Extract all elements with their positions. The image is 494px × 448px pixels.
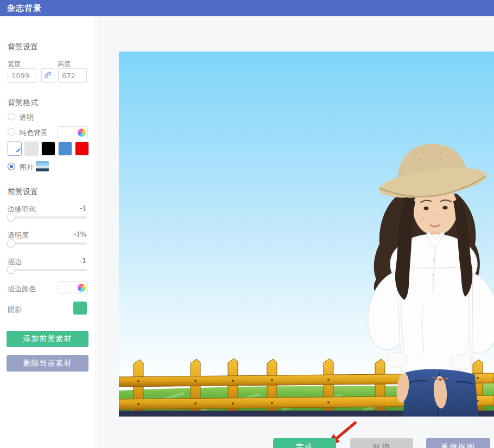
stroke-slider-thumb[interactable] [7, 266, 15, 274]
width-input[interactable] [8, 68, 36, 83]
background-format-title: 背景格式 [8, 98, 38, 108]
feather-slider-thumb[interactable] [7, 213, 15, 221]
stroke-slider[interactable] [8, 269, 87, 271]
solid-color-picker[interactable] [58, 126, 88, 138]
color-swatch-row [8, 142, 89, 156]
width-label: 宽度 [8, 60, 21, 69]
preview-area: 完成 取消 重做抠图 [97, 16, 494, 448]
stroke-value: -1 [80, 257, 86, 265]
transparent-radio[interactable] [8, 113, 15, 120]
background-image-thumbnail[interactable] [36, 161, 49, 171]
color-wheel-icon [78, 129, 86, 137]
stroke-color-picker[interactable] [58, 281, 88, 293]
delete-material-button[interactable]: 删除当前素材 [7, 355, 88, 372]
height-label: 高度 [58, 60, 71, 69]
cancel-button[interactable]: 取消 [350, 438, 413, 448]
link-dimensions-button[interactable] [41, 68, 54, 83]
feather-value: -1 [80, 204, 86, 212]
page-title: 杂志背景 [7, 3, 42, 14]
done-button[interactable]: 完成 [273, 438, 336, 448]
add-foreground-button[interactable]: 添加前景素材 [7, 331, 88, 347]
stroke-color-label: 描边颜色 [8, 284, 36, 294]
pen-icon [15, 144, 21, 155]
swatch-black[interactable] [41, 142, 55, 156]
preview-image [119, 52, 494, 417]
opacity-value: -1% [74, 231, 86, 238]
color-wheel-icon [78, 284, 86, 292]
feather-slider[interactable] [8, 216, 87, 219]
background-settings-title: 背景设置 [8, 42, 38, 52]
swatch-gray[interactable] [24, 142, 39, 156]
app-header: 杂志背景 [0, 0, 494, 16]
image-radio[interactable] [8, 163, 15, 170]
opacity-slider[interactable] [8, 242, 87, 245]
height-input[interactable] [58, 68, 87, 83]
image-radio-label: 图片 [20, 163, 34, 172]
shadow-label: 阴影 [8, 305, 22, 315]
solid-color-radio-label: 纯色背景 [20, 128, 48, 138]
opacity-slider-thumb[interactable] [7, 239, 15, 247]
swatch-blue[interactable] [58, 142, 72, 156]
swatch-custom[interactable] [8, 142, 22, 156]
shadow-color-swatch[interactable] [73, 302, 87, 315]
foreground-settings-title: 前景设置 [8, 187, 38, 197]
settings-sidebar: 背景设置 宽度 高度 背景格式 透明 纯色背景 图片 前景设置 边缘羽化 -1 … [0, 16, 96, 448]
composition-canvas [119, 52, 494, 417]
solid-color-radio[interactable] [8, 128, 15, 136]
redo-cutout-button[interactable]: 重做抠图 [426, 438, 490, 448]
transparent-radio-label: 透明 [20, 113, 34, 123]
swatch-red[interactable] [75, 142, 89, 156]
chain-link-icon [43, 71, 52, 81]
